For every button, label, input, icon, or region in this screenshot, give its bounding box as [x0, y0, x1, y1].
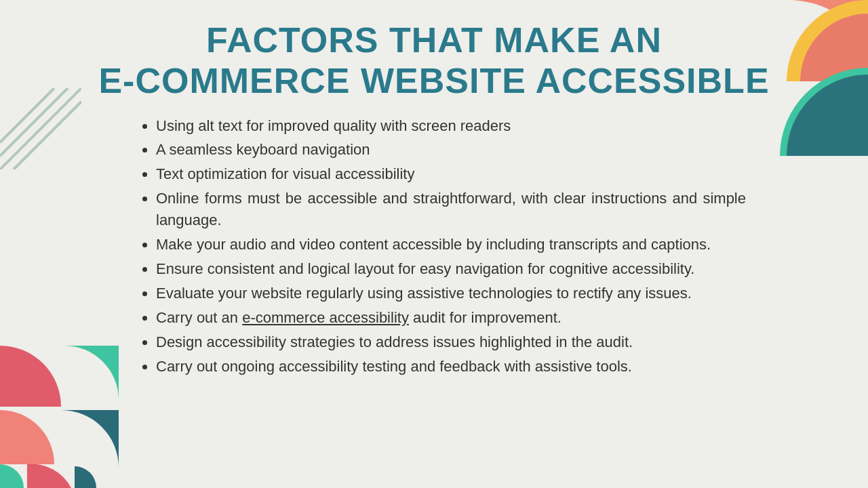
bullet-list: Using alt text for improved quality with…	[136, 115, 746, 378]
list-item-text-after: audit for improvement.	[409, 309, 561, 326]
top-right-decoration	[732, 0, 868, 156]
list-item: A seamless keyboard navigation	[156, 139, 746, 161]
svg-line-1	[0, 88, 68, 156]
title-line2: E-COMMERCE WEBSITE ACCESSIBLE	[81, 61, 787, 102]
list-item-link: Carry out an e-commerce accessibility au…	[156, 307, 746, 329]
svg-line-3	[14, 102, 81, 169]
list-item: Text optimization for visual accessibili…	[156, 163, 746, 185]
list-item: Make your audio and video content access…	[156, 234, 746, 256]
left-diagonal-lines	[0, 88, 81, 169]
list-item: Online forms must be accessible and stra…	[156, 188, 746, 231]
list-item: Using alt text for improved quality with…	[156, 115, 746, 137]
slide: FACTORS THAT MAKE AN E-COMMERCE WEBSITE …	[0, 0, 868, 488]
title-line1: FACTORS THAT MAKE AN	[81, 20, 787, 61]
list-item: Design accessibility strategies to addre…	[156, 331, 746, 353]
bottom-left-decoration	[0, 346, 119, 488]
svg-line-0	[0, 88, 54, 142]
list-item: Ensure consistent and logical layout for…	[156, 258, 746, 280]
list-item: Carry out ongoing accessibility testing …	[156, 356, 746, 378]
list-item-text-before: Carry out an	[156, 309, 242, 326]
accessibility-link[interactable]: e-commerce accessibility	[242, 309, 409, 326]
list-item: Evaluate your website regularly using as…	[156, 283, 746, 304]
